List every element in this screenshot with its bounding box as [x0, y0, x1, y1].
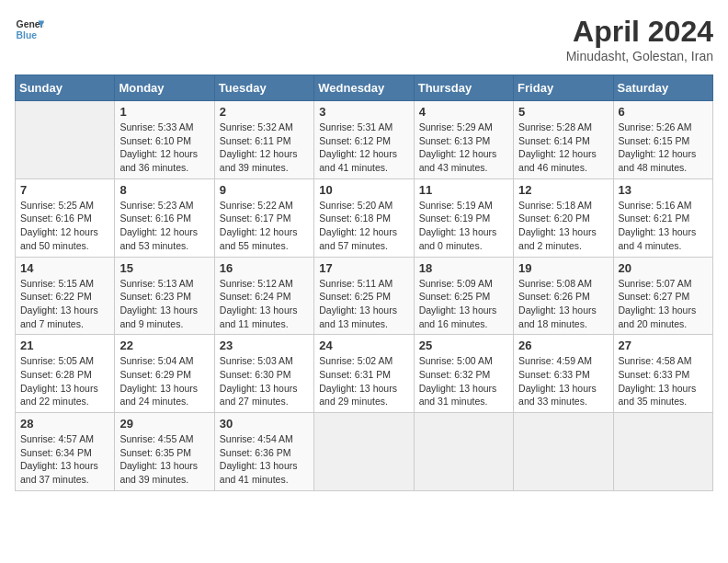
day-number: 17 [319, 261, 408, 275]
day-number: 14 [20, 261, 109, 275]
day-info: Sunrise: 5:12 AM Sunset: 6:24 PM Dayligh… [220, 277, 309, 331]
weekday-header: Sunday [16, 75, 115, 101]
day-number: 19 [518, 261, 608, 275]
day-info: Sunrise: 5:23 AM Sunset: 6:16 PM Dayligh… [119, 199, 209, 253]
day-number: 12 [518, 183, 608, 197]
day-number: 2 [220, 105, 309, 119]
day-number: 6 [619, 105, 708, 119]
calendar-cell: 2Sunrise: 5:32 AM Sunset: 6:11 PM Daylig… [214, 101, 313, 179]
weekday-header: Thursday [414, 75, 513, 101]
calendar-week-row: 1Sunrise: 5:33 AM Sunset: 6:10 PM Daylig… [16, 101, 713, 179]
day-number: 11 [419, 183, 508, 197]
calendar-cell [314, 413, 414, 491]
month-title: April 2024 [566, 15, 713, 49]
day-number: 23 [220, 339, 309, 352]
calendar-cell: 11Sunrise: 5:19 AM Sunset: 6:19 PM Dayli… [414, 178, 513, 257]
day-number: 13 [619, 183, 708, 197]
calendar-cell: 6Sunrise: 5:26 AM Sunset: 6:15 PM Daylig… [613, 101, 712, 179]
day-number: 20 [619, 261, 708, 275]
calendar-cell: 24Sunrise: 5:02 AM Sunset: 6:31 PM Dayli… [314, 335, 414, 413]
day-number: 15 [119, 261, 209, 275]
calendar-cell: 23Sunrise: 5:03 AM Sunset: 6:30 PM Dayli… [214, 335, 313, 413]
calendar-cell: 17Sunrise: 5:11 AM Sunset: 6:25 PM Dayli… [314, 257, 414, 335]
day-number: 3 [319, 105, 408, 119]
day-number: 25 [419, 339, 508, 352]
day-info: Sunrise: 5:22 AM Sunset: 6:17 PM Dayligh… [220, 199, 309, 253]
day-info: Sunrise: 5:07 AM Sunset: 6:27 PM Dayligh… [619, 277, 708, 331]
day-info: Sunrise: 5:31 AM Sunset: 6:12 PM Dayligh… [319, 121, 408, 175]
calendar-cell: 16Sunrise: 5:12 AM Sunset: 6:24 PM Dayli… [214, 257, 313, 335]
logo-icon: General Blue [15, 15, 44, 44]
svg-text:Blue: Blue [17, 30, 38, 40]
calendar-cell: 26Sunrise: 4:59 AM Sunset: 6:33 PM Dayli… [514, 335, 613, 413]
day-info: Sunrise: 5:00 AM Sunset: 6:32 PM Dayligh… [419, 354, 508, 408]
day-info: Sunrise: 5:33 AM Sunset: 6:10 PM Dayligh… [119, 121, 209, 175]
day-number: 18 [419, 261, 508, 275]
page-header: General Blue April 2024 Minudasht, Goles… [15, 15, 713, 63]
day-info: Sunrise: 5:32 AM Sunset: 6:11 PM Dayligh… [220, 121, 309, 175]
calendar-cell: 19Sunrise: 5:08 AM Sunset: 6:26 PM Dayli… [514, 257, 613, 335]
day-number: 5 [518, 105, 608, 119]
calendar-cell: 13Sunrise: 5:16 AM Sunset: 6:21 PM Dayli… [613, 178, 712, 257]
day-number: 26 [518, 339, 608, 352]
day-info: Sunrise: 5:18 AM Sunset: 6:20 PM Dayligh… [518, 199, 608, 253]
calendar-cell: 4Sunrise: 5:29 AM Sunset: 6:13 PM Daylig… [414, 101, 513, 179]
calendar-cell: 10Sunrise: 5:20 AM Sunset: 6:18 PM Dayli… [314, 178, 414, 257]
calendar-cell: 21Sunrise: 5:05 AM Sunset: 6:28 PM Dayli… [16, 335, 115, 413]
day-number: 7 [20, 183, 109, 197]
calendar-cell: 28Sunrise: 4:57 AM Sunset: 6:34 PM Dayli… [16, 413, 115, 491]
day-info: Sunrise: 4:58 AM Sunset: 6:33 PM Dayligh… [619, 354, 708, 408]
calendar-cell: 9Sunrise: 5:22 AM Sunset: 6:17 PM Daylig… [214, 178, 313, 257]
calendar-cell: 8Sunrise: 5:23 AM Sunset: 6:16 PM Daylig… [115, 178, 214, 257]
calendar-week-row: 21Sunrise: 5:05 AM Sunset: 6:28 PM Dayli… [16, 335, 713, 413]
day-number: 22 [119, 339, 209, 352]
day-number: 8 [119, 183, 209, 197]
day-info: Sunrise: 5:11 AM Sunset: 6:25 PM Dayligh… [319, 277, 408, 331]
calendar-cell: 7Sunrise: 5:25 AM Sunset: 6:16 PM Daylig… [16, 178, 115, 257]
calendar-cell: 20Sunrise: 5:07 AM Sunset: 6:27 PM Dayli… [613, 257, 712, 335]
weekday-header: Friday [514, 75, 613, 101]
day-info: Sunrise: 5:16 AM Sunset: 6:21 PM Dayligh… [619, 199, 708, 253]
weekday-header: Monday [115, 75, 214, 101]
day-info: Sunrise: 5:02 AM Sunset: 6:31 PM Dayligh… [319, 354, 408, 408]
calendar-cell [514, 413, 613, 491]
calendar-cell: 27Sunrise: 4:58 AM Sunset: 6:33 PM Dayli… [613, 335, 712, 413]
calendar-header-row: SundayMondayTuesdayWednesdayThursdayFrid… [16, 75, 713, 101]
calendar-cell: 25Sunrise: 5:00 AM Sunset: 6:32 PM Dayli… [414, 335, 513, 413]
calendar-cell: 5Sunrise: 5:28 AM Sunset: 6:14 PM Daylig… [514, 101, 613, 179]
day-info: Sunrise: 5:29 AM Sunset: 6:13 PM Dayligh… [419, 121, 508, 175]
day-number: 27 [619, 339, 708, 352]
day-info: Sunrise: 5:19 AM Sunset: 6:19 PM Dayligh… [419, 199, 508, 253]
calendar-cell: 18Sunrise: 5:09 AM Sunset: 6:25 PM Dayli… [414, 257, 513, 335]
day-info: Sunrise: 5:20 AM Sunset: 6:18 PM Dayligh… [319, 199, 408, 253]
day-info: Sunrise: 4:57 AM Sunset: 6:34 PM Dayligh… [20, 432, 109, 487]
day-info: Sunrise: 5:04 AM Sunset: 6:29 PM Dayligh… [119, 354, 209, 408]
calendar-cell: 30Sunrise: 4:54 AM Sunset: 6:36 PM Dayli… [214, 413, 313, 491]
day-number: 1 [119, 105, 209, 119]
weekday-header: Tuesday [214, 75, 313, 101]
calendar-cell: 29Sunrise: 4:55 AM Sunset: 6:35 PM Dayli… [115, 413, 214, 491]
calendar-cell: 3Sunrise: 5:31 AM Sunset: 6:12 PM Daylig… [314, 101, 414, 179]
weekday-header: Wednesday [314, 75, 414, 101]
day-number: 10 [319, 183, 408, 197]
day-info: Sunrise: 5:28 AM Sunset: 6:14 PM Dayligh… [518, 121, 608, 175]
calendar-cell: 1Sunrise: 5:33 AM Sunset: 6:10 PM Daylig… [115, 101, 214, 179]
calendar-cell: 22Sunrise: 5:04 AM Sunset: 6:29 PM Dayli… [115, 335, 214, 413]
logo: General Blue [15, 15, 44, 44]
day-info: Sunrise: 5:09 AM Sunset: 6:25 PM Dayligh… [419, 277, 508, 331]
day-info: Sunrise: 5:05 AM Sunset: 6:28 PM Dayligh… [20, 354, 109, 408]
calendar-cell [16, 101, 115, 179]
day-info: Sunrise: 5:08 AM Sunset: 6:26 PM Dayligh… [518, 277, 608, 331]
day-info: Sunrise: 5:03 AM Sunset: 6:30 PM Dayligh… [220, 354, 309, 408]
day-info: Sunrise: 5:26 AM Sunset: 6:15 PM Dayligh… [619, 121, 708, 175]
day-number: 29 [119, 417, 209, 431]
day-info: Sunrise: 4:59 AM Sunset: 6:33 PM Dayligh… [518, 354, 608, 408]
day-number: 16 [220, 261, 309, 275]
day-info: Sunrise: 4:55 AM Sunset: 6:35 PM Dayligh… [119, 432, 209, 487]
day-info: Sunrise: 5:25 AM Sunset: 6:16 PM Dayligh… [20, 199, 109, 253]
calendar-cell: 14Sunrise: 5:15 AM Sunset: 6:22 PM Dayli… [16, 257, 115, 335]
day-info: Sunrise: 5:13 AM Sunset: 6:23 PM Dayligh… [119, 277, 209, 331]
day-number: 21 [20, 339, 109, 352]
calendar-cell: 15Sunrise: 5:13 AM Sunset: 6:23 PM Dayli… [115, 257, 214, 335]
day-info: Sunrise: 5:15 AM Sunset: 6:22 PM Dayligh… [20, 277, 109, 331]
